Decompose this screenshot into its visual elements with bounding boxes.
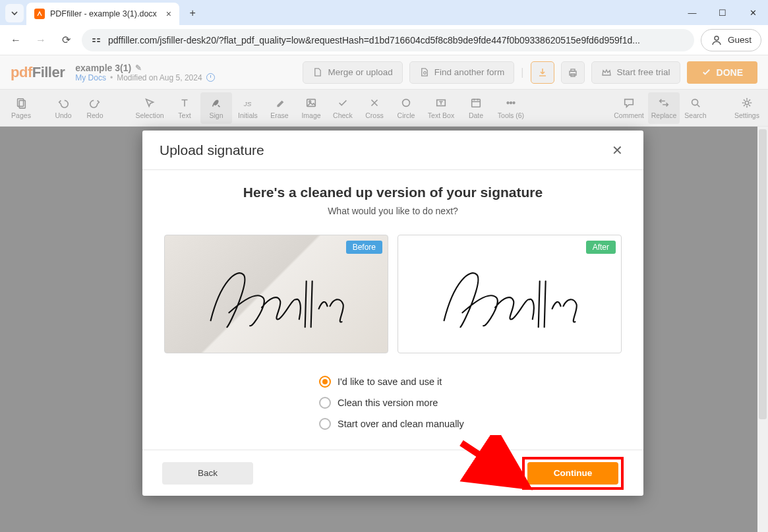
option-clean-more[interactable]: Clean this version more: [319, 397, 438, 409]
tool-erase[interactable]: Erase: [264, 92, 295, 124]
document-title-text: example 3(1): [75, 63, 131, 73]
vertical-scrollbar[interactable]: [757, 127, 768, 532]
new-tab-button[interactable]: +: [183, 4, 202, 22]
done-button[interactable]: DONE: [687, 61, 757, 84]
tool-check[interactable]: Check: [327, 92, 359, 124]
tab-search-button[interactable]: [5, 4, 24, 22]
window-controls: — ☐ ✕: [677, 0, 768, 25]
document-title[interactable]: example 3(1) ✎: [75, 63, 214, 73]
site-settings-icon: [91, 35, 102, 45]
radio-selected-icon: [319, 376, 331, 388]
profile-label: Guest: [728, 35, 752, 45]
pdffiller-favicon-icon: [34, 9, 45, 19]
option-label: I'd like to save and use it: [338, 376, 442, 387]
reload-button[interactable]: ⟳: [57, 31, 75, 49]
svg-point-19: [513, 102, 515, 103]
editor-toolbar: Pages Undo Redo Selection Text Sign JSIn…: [0, 90, 768, 127]
signature-before-preview: Before: [164, 235, 388, 353]
radio-icon: [319, 397, 331, 409]
svg-rect-3: [97, 41, 100, 42]
close-window-button[interactable]: ✕: [738, 0, 768, 25]
tab-close-icon[interactable]: ×: [166, 9, 171, 19]
download-button[interactable]: [531, 61, 554, 84]
tool-pages[interactable]: Pages: [5, 92, 37, 124]
modified-date: Modified on Aug 5, 2024: [117, 73, 202, 82]
tool-search[interactable]: Search: [680, 92, 711, 124]
svg-point-4: [715, 36, 719, 40]
tool-text[interactable]: Text: [169, 92, 200, 124]
trial-label: Start free trial: [617, 67, 670, 77]
back-nav-button[interactable]: ←: [7, 31, 25, 49]
svg-point-5: [423, 72, 426, 74]
tool-settings[interactable]: Settings: [731, 92, 763, 124]
modal-close-button[interactable]: ✕: [608, 141, 626, 160]
find-label: Find another form: [434, 67, 505, 77]
edit-title-icon[interactable]: ✎: [135, 63, 142, 73]
url-text: pdffiller.com/jsfiller-desk20/?flat_pdf_…: [108, 35, 640, 45]
tool-circle[interactable]: Circle: [390, 92, 422, 124]
divider: |: [521, 67, 523, 78]
url-input[interactable]: pdffiller.com/jsfiller-desk20/?flat_pdf_…: [82, 29, 694, 51]
tool-redo[interactable]: Redo: [79, 92, 111, 124]
svg-point-17: [507, 102, 509, 103]
history-icon[interactable]: [206, 73, 215, 82]
modal-heading: Here's a cleaned up version of your sign…: [162, 185, 624, 200]
svg-rect-10: [19, 100, 25, 108]
option-label: Start over and clean manually: [338, 419, 464, 429]
tool-textbox[interactable]: Text Box: [422, 92, 460, 124]
tool-comment[interactable]: Comment: [610, 92, 648, 124]
tool-replace[interactable]: Replace: [648, 92, 680, 124]
done-label: DONE: [717, 67, 743, 78]
continue-button[interactable]: Continue: [527, 462, 618, 485]
continue-highlight: Continue: [522, 457, 624, 490]
app-header: pdfFiller example 3(1) ✎ My Docs • Modif…: [0, 55, 768, 90]
find-form-button[interactable]: Find another form: [409, 61, 515, 84]
signature-before-icon: [165, 235, 388, 353]
minimize-button[interactable]: —: [677, 0, 707, 25]
separator: •: [110, 73, 113, 82]
tool-sign[interactable]: Sign: [200, 92, 232, 124]
my-docs-link[interactable]: My Docs: [75, 73, 106, 82]
tool-undo[interactable]: Undo: [47, 92, 79, 124]
address-bar: ← → ⟳ pdffiller.com/jsfiller-desk20/?fla…: [0, 25, 768, 55]
signature-after-icon: [398, 235, 621, 353]
svg-rect-7: [571, 69, 575, 71]
svg-rect-2: [92, 41, 96, 42]
chevron-down-icon: [11, 9, 18, 17]
option-start-over[interactable]: Start over and clean manually: [319, 418, 464, 430]
crown-icon: [601, 67, 612, 78]
option-save-use[interactable]: I'd like to save and use it: [319, 376, 442, 388]
tool-image[interactable]: Image: [295, 92, 327, 124]
tool-cross[interactable]: Cross: [359, 92, 390, 124]
back-button[interactable]: Back: [162, 462, 253, 485]
modal-header: Upload signature ✕: [142, 131, 643, 170]
modal-subheading: What would you like to do next?: [162, 206, 624, 216]
check-icon: [701, 67, 711, 77]
radio-icon: [319, 418, 331, 430]
tool-initials[interactable]: JSInitials: [232, 92, 264, 124]
upload-signature-modal: Upload signature ✕ Here's a cleaned up v…: [142, 131, 643, 496]
scrollbar-thumb[interactable]: [759, 129, 767, 419]
print-icon: [568, 67, 578, 78]
forward-nav-button[interactable]: →: [32, 31, 50, 49]
browser-tab[interactable]: PDFfiller - example 3(1).docx ×: [26, 3, 179, 25]
svg-point-20: [692, 99, 698, 105]
maximize-button[interactable]: ☐: [707, 0, 738, 25]
option-label: Clean this version more: [338, 398, 438, 408]
tool-tools[interactable]: Tools (6): [492, 92, 530, 124]
merge-upload-button[interactable]: Merge or upload: [303, 61, 402, 84]
print-button[interactable]: [561, 61, 585, 84]
pdffiller-logo[interactable]: pdfFiller: [11, 64, 65, 81]
svg-point-14: [403, 99, 410, 106]
svg-point-21: [745, 101, 748, 104]
start-trial-button[interactable]: Start free trial: [591, 61, 680, 84]
document-icon: [312, 67, 322, 77]
svg-text:JS: JS: [243, 100, 252, 107]
tool-date[interactable]: Date: [460, 92, 492, 124]
profile-button[interactable]: Guest: [701, 29, 761, 51]
tool-selection[interactable]: Selection: [131, 92, 169, 124]
browser-tab-strip: PDFfiller - example 3(1).docx × + — ☐ ✕: [0, 0, 768, 25]
svg-point-18: [510, 102, 512, 103]
svg-rect-0: [92, 38, 96, 40]
svg-rect-1: [97, 38, 100, 40]
